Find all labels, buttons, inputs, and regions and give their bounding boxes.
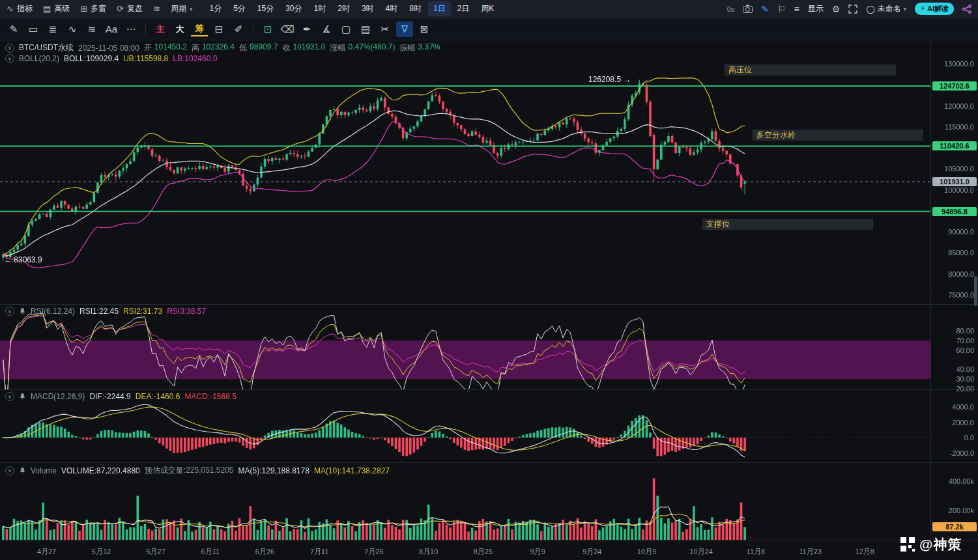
high-value: 102326.4 — [202, 42, 235, 53]
timeframe-1分-button[interactable]: 1分 — [204, 1, 227, 16]
replay-button-label: 复盘 — [127, 3, 143, 14]
toolbar-right-group: 0s ✎ ⚐ ≡ 显示 ⚙ ◯ 未命名 ▾ ⚡ AI解读 — [727, 3, 971, 15]
period-dropdown[interactable]: 周期▾ — [171, 3, 193, 14]
low-value: 98909.7 — [250, 42, 278, 53]
wave-tool[interactable]: ∿ — [64, 21, 81, 37]
price-chart-canvas[interactable] — [0, 40, 978, 560]
timeframe-5分-button[interactable]: 5分 — [228, 1, 251, 16]
advanced-button-icon: ▤ — [43, 4, 51, 14]
indicators-button-icon: ∿ — [7, 4, 14, 14]
close-label: 收 — [282, 42, 290, 53]
indicators-button[interactable]: ∿指标 — [7, 3, 33, 14]
shence-logo-icon — [900, 537, 915, 552]
rsi2-value: RSI2:31.73 — [123, 307, 162, 316]
edit-pencil-icon[interactable]: ✎ — [761, 5, 769, 14]
multi-window-button[interactable]: ⊞多窗 — [80, 3, 106, 14]
pattern-tool[interactable]: ≋ — [83, 21, 100, 37]
pen-tool[interactable]: ✒ — [298, 21, 315, 37]
text-tool[interactable]: Aa — [103, 21, 120, 37]
drawing-toolbar: ✎▭≣∿≋Aa⋯主大筹⊟✐⊡⌫✒∡▢▤✂∇⊠ — [0, 18, 978, 40]
volume-estimated-value: 预估成交量:225,051.5205 — [145, 465, 234, 476]
timeframe-8时-button[interactable]: 8时 — [404, 1, 427, 16]
bookmark-flag-icon[interactable]: ⚐ — [777, 5, 786, 14]
volume-title: Volume — [31, 466, 57, 475]
low-label: 低 — [239, 42, 247, 53]
grid-tool[interactable]: ⊡ — [259, 21, 276, 37]
filter-tool[interactable]: ∇ — [396, 21, 413, 37]
chips-button[interactable]: 筹 — [191, 22, 208, 36]
timeframe-30分-button[interactable]: 30分 — [280, 1, 307, 16]
eraser-tool[interactable]: ⌫ — [279, 21, 296, 37]
timeframe-15分-button[interactable]: 15分 — [252, 1, 279, 16]
indicators-button-label: 指标 — [17, 3, 33, 14]
watermark-handle: @神策 — [919, 535, 962, 553]
main-chart-button[interactable]: 主 — [152, 21, 169, 37]
toolbar-left-group: ∿指标▤高级⊞多窗⟳复盘≋周期▾ — [7, 3, 192, 14]
open-pair: 开101450.2 — [144, 42, 187, 53]
timeframe-1时-button[interactable]: 1时 — [309, 1, 332, 16]
timeframe-2日-button[interactable]: 2日 — [452, 1, 475, 16]
volume-ma10-value: MA(10):141,738.2827 — [314, 466, 390, 475]
layout-name: 未命名 — [878, 3, 901, 14]
close-value: 101931.0 — [293, 42, 325, 53]
chevron-down-icon: ▾ — [190, 6, 193, 12]
close-pair: 收101931.0 — [282, 42, 325, 53]
countdown-timer: 0s — [727, 5, 735, 13]
advanced-button[interactable]: ▤高级 — [43, 3, 70, 14]
waveform-button[interactable]: ≋ — [153, 4, 160, 14]
candle-datetime: 2025-11-05 08:00 — [78, 44, 139, 53]
box-tool[interactable]: ▢ — [338, 21, 354, 37]
volume-current-value: VOLUME:87,220.4880 — [61, 466, 140, 475]
macd-dif-value: DIF:-2244.9 — [89, 392, 130, 401]
layout-circle-icon: ◯ — [866, 5, 874, 14]
collapse-macd-pane-icon[interactable]: ∨ — [5, 392, 14, 401]
collapse-main-pane-icon[interactable]: ∨ — [5, 44, 14, 53]
pencil-tool[interactable]: ✎ — [5, 21, 22, 37]
rsi1-value: RSI1:22.45 — [79, 307, 119, 316]
ai-badge-label: AI解读 — [927, 4, 949, 14]
change-value: 0.47%(480.7) — [348, 42, 395, 53]
macd-title: MACD(12,26,9) — [31, 392, 85, 401]
timeframe-4时-button[interactable]: 4时 — [381, 1, 403, 16]
timeframe-1日-button[interactable]: 1日 — [428, 1, 451, 16]
trading-app: ∿指标▤高级⊞多窗⟳复盘≋周期▾ 1分5分15分30分1时2时3时4时8时1日2… — [0, 0, 978, 560]
settings-gear-icon[interactable]: ⚙ — [832, 5, 841, 14]
macd-dea-value: DEA:-1460.6 — [136, 392, 180, 401]
ai-interpret-badge[interactable]: ⚡ AI解读 — [915, 3, 954, 15]
screenshot-camera-icon[interactable] — [743, 5, 753, 13]
watermark: @神策 — [900, 535, 962, 553]
boll-lb-value: LB:102460.0 — [173, 54, 217, 63]
large-chart-button[interactable]: 大 — [171, 21, 188, 37]
rect-tool[interactable]: ▭ — [25, 21, 42, 37]
low-pair: 低98909.7 — [239, 42, 278, 53]
symbol-label: BTC/USDT永续 — [19, 42, 74, 53]
volume-alert-bell-icon[interactable] — [19, 467, 26, 475]
collapse-volume-pane-icon[interactable]: ∨ — [5, 466, 14, 475]
macd-alert-bell-icon[interactable] — [19, 393, 26, 400]
layout-dropdown[interactable]: ◯ 未命名 ▾ — [866, 3, 906, 14]
fullscreen-icon[interactable] — [848, 5, 857, 14]
measure-tool[interactable]: ∡ — [318, 21, 335, 37]
more-tool[interactable]: ⋯ — [122, 21, 139, 37]
timeframe-selector: 1分5分15分30分1时2时3时4时8时1日2日周K — [204, 1, 499, 16]
collapse-boll-icon[interactable]: ∨ — [5, 54, 14, 63]
order-tool[interactable]: ▤ — [357, 21, 374, 37]
timeframe-周K-button[interactable]: 周K — [476, 1, 499, 16]
overlay-tool[interactable]: ⊟ — [210, 21, 227, 37]
clip-tool[interactable]: ✂ — [377, 21, 394, 37]
collapse-rsi-pane-icon[interactable]: ∨ — [5, 307, 14, 316]
share-icon[interactable] — [962, 5, 971, 14]
trash-tool[interactable]: ⊠ — [416, 21, 433, 37]
display-button[interactable]: 显示 — [808, 3, 824, 14]
volume-legend: ∨ Volume VOLUME:87,220.4880 预估成交量:225,05… — [5, 465, 390, 476]
menu-icon[interactable]: ≡ — [794, 5, 799, 14]
timeframe-3时-button[interactable]: 3时 — [356, 1, 379, 16]
axis-scrollbar[interactable] — [974, 276, 977, 306]
brush-tool[interactable]: ✐ — [230, 21, 247, 37]
top-toolbar: ∿指标▤高级⊞多窗⟳复盘≋周期▾ 1分5分15分30分1时2时3时4时8时1日2… — [0, 0, 978, 18]
rsi-alert-bell-icon[interactable] — [19, 307, 26, 315]
bolt-icon: ⚡ — [920, 5, 925, 13]
list-tool[interactable]: ≣ — [44, 21, 61, 37]
replay-button[interactable]: ⟳复盘 — [117, 3, 143, 14]
timeframe-2时-button[interactable]: 2时 — [332, 1, 355, 16]
